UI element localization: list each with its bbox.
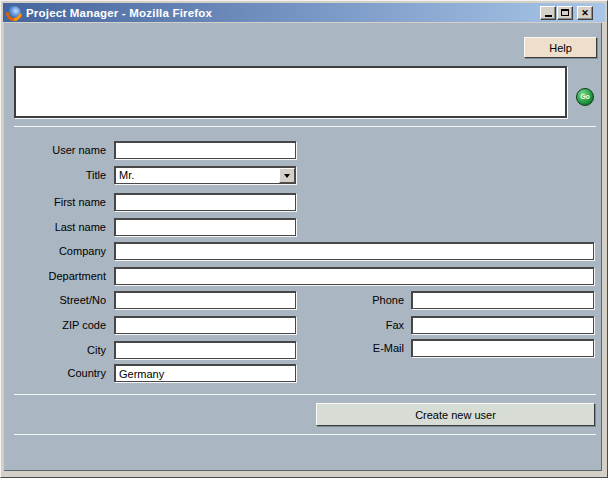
fax-input[interactable] bbox=[411, 316, 594, 334]
divider-top bbox=[14, 126, 596, 127]
close-button[interactable]: ✕ bbox=[577, 6, 593, 20]
application-window: Project Manager - Mozilla Firefox ✕ Help… bbox=[0, 0, 608, 478]
window-title: Project Manager - Mozilla Firefox bbox=[26, 7, 540, 19]
country-input[interactable] bbox=[114, 364, 296, 382]
title-label: Title bbox=[6, 166, 106, 184]
firefox-icon bbox=[6, 5, 22, 21]
fax-label: Fax bbox=[334, 316, 404, 334]
department-label: Department bbox=[6, 267, 106, 285]
email-label: E-Mail bbox=[334, 339, 404, 357]
firefox-fox-icon bbox=[3, 1, 26, 24]
street-input[interactable] bbox=[114, 291, 296, 309]
company-input[interactable] bbox=[114, 242, 594, 260]
title-select-arrow-button[interactable] bbox=[279, 168, 295, 183]
user-name-input[interactable] bbox=[114, 141, 296, 159]
maximize-icon bbox=[561, 9, 569, 16]
department-input[interactable] bbox=[114, 267, 594, 285]
first-name-input[interactable] bbox=[114, 193, 296, 211]
chevron-down-icon bbox=[284, 174, 290, 178]
close-icon: ✕ bbox=[581, 8, 589, 18]
user-name-label: User name bbox=[6, 141, 106, 159]
email-input[interactable] bbox=[411, 339, 594, 357]
zip-label: ZIP code bbox=[6, 316, 106, 334]
street-label: Street/No bbox=[6, 291, 106, 309]
create-new-user-button[interactable]: Create new user bbox=[316, 403, 595, 426]
minimize-button[interactable] bbox=[540, 6, 556, 20]
zip-input[interactable] bbox=[114, 316, 296, 334]
phone-label: Phone bbox=[334, 291, 404, 309]
minimize-icon bbox=[545, 15, 552, 17]
divider-above-submit bbox=[14, 394, 596, 395]
title-select-value: Mr. bbox=[119, 168, 134, 183]
last-name-input[interactable] bbox=[114, 218, 296, 236]
window-content: Help Go User name Title First name Last … bbox=[4, 23, 602, 471]
phone-input[interactable] bbox=[411, 291, 594, 309]
divider-below-submit bbox=[14, 434, 596, 435]
city-input[interactable] bbox=[114, 341, 296, 359]
address-input[interactable] bbox=[14, 66, 567, 118]
window-controls: ✕ bbox=[540, 6, 593, 20]
first-name-label: First name bbox=[6, 193, 106, 211]
titlebar: Project Manager - Mozilla Firefox ✕ bbox=[3, 3, 605, 22]
last-name-label: Last name bbox=[6, 218, 106, 236]
city-label: City bbox=[6, 341, 106, 359]
country-label: Country bbox=[6, 364, 106, 382]
help-button[interactable]: Help bbox=[524, 37, 597, 58]
company-label: Company bbox=[6, 242, 106, 260]
go-button[interactable]: Go bbox=[576, 88, 594, 106]
title-select[interactable]: Mr. bbox=[114, 166, 296, 184]
maximize-button[interactable] bbox=[557, 6, 573, 20]
